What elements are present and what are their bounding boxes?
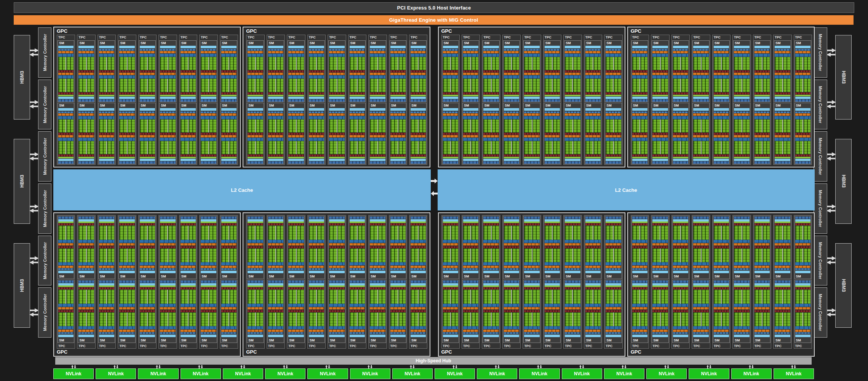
sm-tensor-bar bbox=[463, 223, 478, 225]
sm-tex-bar bbox=[585, 217, 601, 219]
sm-tensor-bar bbox=[248, 155, 263, 156]
sm-dispatch-bar bbox=[181, 332, 196, 334]
sm-lsu-bar bbox=[714, 285, 729, 287]
nvlink-block: NVLink bbox=[562, 368, 602, 379]
sm-scheduler-bar bbox=[693, 307, 708, 309]
sm-block: SM bbox=[462, 40, 479, 102]
sm-core-array bbox=[795, 141, 810, 154]
sm-tensor-bar bbox=[390, 70, 406, 72]
sm-tex-bar bbox=[248, 217, 263, 219]
sm-core-array bbox=[248, 290, 263, 304]
sm-scheduler-bar bbox=[99, 330, 114, 332]
sm-register-bar bbox=[160, 138, 175, 141]
sm-tensor-bar bbox=[632, 310, 647, 312]
sm-block: SM bbox=[733, 280, 750, 343]
sm-register-bar bbox=[652, 116, 668, 119]
sm-block: SM bbox=[652, 280, 668, 343]
center-gap bbox=[432, 212, 436, 357]
sm-register-bar bbox=[248, 54, 263, 57]
sm-l1-cache-bar bbox=[652, 46, 668, 48]
sm-register-bar bbox=[201, 262, 216, 265]
sm-block: SM bbox=[523, 280, 540, 343]
nvlink-label: NVLink bbox=[235, 371, 251, 376]
sm-tex-bar bbox=[775, 217, 790, 219]
sm-dispatch-bar bbox=[140, 332, 155, 334]
sm-core-array bbox=[160, 141, 175, 154]
sm-core-array bbox=[329, 249, 344, 263]
sm-shared-memory-bar bbox=[329, 159, 344, 161]
sm-tensor-bar bbox=[411, 155, 426, 156]
sm-register-bar bbox=[350, 262, 365, 265]
sm-scheduler-bar bbox=[524, 113, 539, 116]
sm-label: SM bbox=[524, 274, 540, 279]
sm-block: SM bbox=[503, 216, 520, 279]
sm-l1-cache-bar bbox=[734, 108, 749, 111]
tpc-label: TPC bbox=[462, 344, 479, 348]
sm-scheduler-bar bbox=[119, 243, 134, 245]
sm-dispatch-bar bbox=[99, 49, 114, 51]
sm-l1-cache-bar bbox=[221, 271, 237, 273]
sm-tex-bar bbox=[565, 217, 580, 219]
sm-block: SM bbox=[564, 103, 581, 164]
sm-scheduler-bar bbox=[565, 73, 580, 75]
tpc-row: TPCSMSMTPCSMSMTPCSMSMTPCSMSMTPCSMSMTPCSM… bbox=[246, 215, 427, 349]
sm-scheduler-bar bbox=[693, 73, 708, 75]
tpc-label: TPC bbox=[58, 35, 74, 40]
sm-lsu-bar bbox=[585, 285, 601, 287]
sm-tensor-bar bbox=[181, 246, 196, 248]
sm-tensor-bar bbox=[248, 92, 263, 94]
sm-dispatch-bar bbox=[606, 49, 621, 51]
sm-register-bar bbox=[632, 262, 647, 265]
sm-block: SM bbox=[247, 280, 264, 343]
sm-tensor-bar bbox=[201, 310, 216, 312]
sm-register-bar bbox=[632, 138, 647, 141]
sm-tex-bar bbox=[632, 161, 647, 164]
sm-lsu-bar bbox=[160, 222, 175, 223]
sm-lsu-bar bbox=[350, 222, 365, 223]
sm-l1-cache-bar bbox=[585, 335, 601, 337]
tpc-block: TPCSMSM bbox=[584, 35, 602, 165]
sm-block: SM bbox=[58, 280, 74, 343]
sm-dispatch-bar bbox=[288, 332, 304, 334]
sm-tensor-bar bbox=[606, 133, 621, 135]
sm-register-bar bbox=[585, 116, 601, 119]
sm-block: SM bbox=[774, 103, 791, 164]
sm-tex-bar bbox=[693, 99, 708, 102]
sm-block: SM bbox=[692, 280, 709, 343]
sm-block: SM bbox=[328, 103, 345, 164]
sm-lsu-bar bbox=[370, 285, 385, 287]
sm-core-array bbox=[755, 290, 770, 304]
tpc-block: TPCSMSM bbox=[267, 35, 285, 165]
sm-dispatch-bar bbox=[370, 49, 385, 51]
sm-label: SM bbox=[369, 103, 385, 108]
sm-register-bar bbox=[370, 54, 385, 57]
sm-dispatch-bar bbox=[585, 332, 601, 334]
sm-lsu-bar bbox=[221, 95, 237, 96]
sm-shared-memory-bar bbox=[221, 159, 237, 161]
sm-core-array bbox=[524, 290, 539, 304]
sm-register-bar bbox=[693, 75, 708, 78]
sm-l1-cache-bar bbox=[78, 46, 94, 48]
sm-core-array bbox=[714, 312, 729, 327]
sm-shared-memory-bar bbox=[673, 97, 688, 99]
sm-core-array bbox=[483, 141, 499, 154]
sm-tensor-bar bbox=[714, 223, 729, 225]
sm-register-bar bbox=[58, 304, 74, 307]
sm-scheduler-bar bbox=[78, 135, 94, 137]
sm-lsu-bar bbox=[795, 222, 810, 223]
sm-core-array bbox=[565, 141, 580, 154]
tpc-block: TPCSMSM bbox=[307, 215, 326, 349]
sm-l1-cache-bar bbox=[58, 46, 74, 48]
sm-label: SM bbox=[585, 103, 601, 108]
sm-dispatch-bar bbox=[370, 112, 385, 113]
sm-dispatch-bar bbox=[119, 49, 134, 51]
sm-scheduler-bar bbox=[652, 307, 668, 309]
sm-tensor-bar bbox=[119, 310, 134, 312]
memory-controller-block: Memory Controller bbox=[814, 131, 827, 182]
sm-shared-memory-bar bbox=[734, 97, 749, 99]
sm-dispatch-bar bbox=[288, 112, 304, 113]
sm-label: SM bbox=[119, 41, 135, 45]
sm-core-array bbox=[565, 57, 580, 70]
sm-label: SM bbox=[247, 103, 263, 108]
sm-tensor-bar bbox=[248, 246, 263, 248]
